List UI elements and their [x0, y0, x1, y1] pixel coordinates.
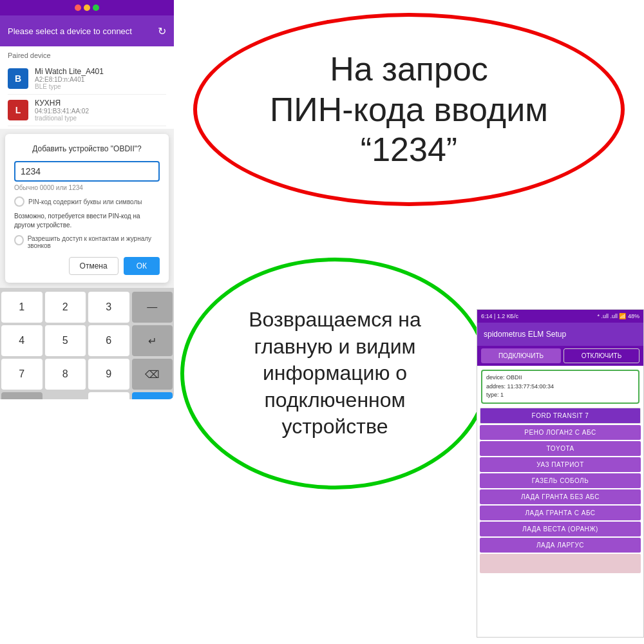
key-3[interactable]: 3: [88, 292, 129, 323]
rp-menu-item[interactable]: FORD TRANSIT 7: [480, 408, 641, 424]
device-mac-1: A2:E8:1D:n:A401: [35, 76, 166, 83]
cancel-button[interactable]: Отмена: [69, 257, 118, 275]
list-item[interactable]: L КУХНЯ 04:91:B3:41:AA:02 traditional ty…: [8, 95, 166, 126]
dialog-buttons: Отмена ОК: [14, 257, 160, 275]
checkbox-pin-symbols[interactable]: [14, 196, 24, 207]
phone-panel: Please select a device to connect ↻ Pair…: [0, 0, 174, 399]
key-confirm[interactable]: ✓: [132, 392, 173, 399]
pin-input[interactable]: [14, 161, 160, 182]
status-bar: [0, 0, 174, 15]
rp-connect-buttons: ПОДКЛЮЧИТЬ ОТКЛЮЧИТЬ: [477, 346, 643, 366]
device-name-2: КУХНЯ: [35, 99, 166, 108]
rp-device-address: addres: 11:33:77:54:00:34: [486, 383, 634, 392]
checkbox-row-1: PIN-код содержит буквы или символы: [14, 196, 160, 207]
close-icon: [75, 5, 81, 11]
key-9[interactable]: 9: [88, 359, 129, 390]
rp-disconnect-button[interactable]: ОТКЛЮЧИТЬ: [564, 348, 639, 363]
device-mac-2: 04:91:B3:41:AA:02: [35, 108, 166, 115]
numpad-row-3: 7 8 9 ⌫: [0, 357, 174, 391]
rp-device-type: type: 1: [486, 391, 634, 400]
checkbox-pin-label: PIN-код содержит буквы или символы: [28, 198, 142, 205]
numpad-row-2: 4 5 6 ↵: [0, 324, 174, 357]
checkbox-contacts[interactable]: [14, 235, 24, 245]
refresh-icon[interactable]: ↻: [158, 25, 166, 37]
device-icon-l: L: [8, 100, 28, 120]
rp-device-name: device: OBDII: [486, 374, 634, 383]
phone-header-bar: Please select a device to connect ↻: [0, 15, 174, 46]
rp-menu-item[interactable]: TOYOTA: [480, 441, 641, 456]
rp-header-title: spidometrus ELM Setup: [484, 330, 566, 339]
checkbox-row-2: Разрешить доступ к контактам и журналу з…: [14, 235, 160, 249]
key-2[interactable]: 2: [45, 292, 86, 323]
rp-menu-item[interactable]: УАЗ ПАТРИОТ: [480, 457, 641, 472]
rp-pink-section: [480, 554, 641, 573]
red-oval-text: На запросПИН-кода вводим“1234”: [270, 49, 548, 169]
device-icon-b: B: [8, 68, 28, 89]
rp-menu-item[interactable]: РЕНО ЛОГАН2 С АБС: [480, 425, 641, 440]
key-6[interactable]: 6: [88, 325, 129, 356]
numpad-row-4: , 0 ✓: [0, 391, 174, 399]
rp-status-bar: 6:14 | 1.2 КБ/с * .ull .ull 📶 48%: [477, 310, 643, 323]
key-5[interactable]: 5: [45, 325, 86, 356]
device-type-1: BLE type: [35, 83, 166, 90]
dialog-title: Добавить устройство "OBDII"?: [14, 144, 160, 153]
key-enter[interactable]: ↵: [132, 325, 173, 356]
status-bar-icons: [75, 5, 99, 11]
key-0[interactable]: 0: [88, 392, 129, 399]
checkbox-contacts-label: Разрешить доступ к контактам и журналу з…: [28, 235, 160, 249]
ok-button[interactable]: ОК: [124, 257, 160, 275]
list-item[interactable]: B Mi Watch Lite_A401 A2:E8:1D:n:A401 BLE…: [8, 63, 166, 95]
paired-label: Paired device: [8, 52, 166, 59]
rp-header: spidometrus ELM Setup: [477, 323, 643, 346]
add-device-dialog: Добавить устройство "OBDII"? Обычно 0000…: [5, 134, 169, 283]
key-empty: [45, 392, 86, 399]
rp-menu-item[interactable]: ЛАДА ГРАНТА БЕЗ АБС: [480, 489, 641, 504]
key-1[interactable]: 1: [1, 292, 43, 323]
dialog-hint: Обычно 0000 или 1234: [14, 184, 160, 191]
rp-device-info: device: OBDII addres: 11:33:77:54:00:34 …: [481, 370, 639, 404]
device-type-2: traditional type: [35, 115, 166, 122]
key-4[interactable]: 4: [1, 325, 43, 356]
key-backspace[interactable]: ⌫: [132, 359, 173, 390]
red-oval-annotation: На запросПИН-кода вводим“1234”: [193, 13, 625, 206]
key-comma[interactable]: ,: [1, 392, 43, 399]
device-info-2: КУХНЯ 04:91:B3:41:AA:02 traditional type: [35, 99, 166, 122]
minimize-icon: [84, 5, 90, 11]
device-info-1: Mi Watch Lite_A401 A2:E8:1D:n:A401 BLE t…: [35, 67, 166, 90]
right-phone-screenshot: 6:14 | 1.2 КБ/с * .ull .ull 📶 48% spidom…: [477, 309, 644, 638]
rp-battery: * .ull .ull 📶 48%: [597, 313, 639, 319]
rp-time: 6:14 | 1.2 КБ/с: [481, 313, 518, 319]
rp-menu-item[interactable]: ЛАДА ВЕСТА (ОРАНЖ): [480, 522, 641, 536]
rp-menu-item[interactable]: ГАЗЕЛЬ СОБОЛЬ: [480, 473, 641, 488]
green-oval-text: Возвращаемся на главную и видим информац…: [184, 294, 486, 453]
phone-header-title: Please select a device to connect: [8, 26, 132, 36]
annotation-area: На запросПИН-кода вводим“1234” Возвращае…: [174, 0, 644, 644]
green-oval-annotation: Возвращаемся на главную и видим информац…: [180, 258, 489, 489]
key-dash[interactable]: —: [132, 292, 173, 323]
paired-section: Paired device B Mi Watch Lite_A401 A2:E8…: [0, 46, 174, 129]
numpad-row-1: 1 2 3 —: [0, 290, 174, 324]
rp-menu-item[interactable]: ЛАДА ГРАНТА С АБС: [480, 506, 641, 520]
device-name-1: Mi Watch Lite_A401: [35, 67, 166, 76]
maximize-icon: [93, 5, 99, 11]
key-8[interactable]: 8: [45, 359, 86, 390]
rp-connect-button[interactable]: ПОДКЛЮЧИТЬ: [481, 348, 561, 363]
key-7[interactable]: 7: [1, 359, 43, 390]
rp-menu-list: FORD TRANSIT 7РЕНО ЛОГАН2 С АБСTOYOTAУАЗ…: [477, 408, 643, 553]
dialog-note: Возможно, потребуется ввести PIN-код на …: [14, 212, 160, 230]
numeric-keypad: 1 2 3 — 4 5 6 ↵ 7 8 9 ⌫ , 0 ✓: [0, 288, 174, 399]
rp-menu-item[interactable]: ЛАДА ЛАРГУС: [480, 538, 641, 553]
